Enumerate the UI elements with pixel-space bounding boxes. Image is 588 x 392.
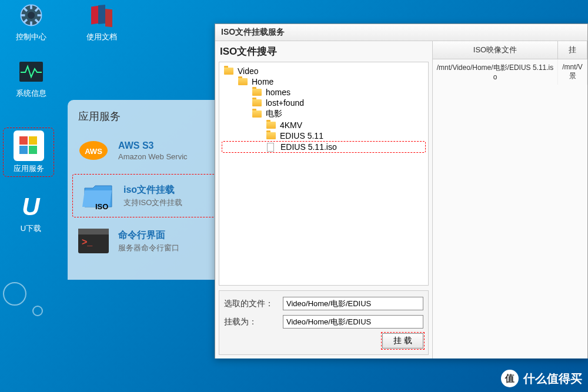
u-icon: U	[17, 193, 45, 221]
cell-iso-path: /mnt/Video/Home/电影/EDIUS 5.11.iso	[433, 59, 558, 85]
svg-rect-4	[105, 9, 112, 27]
app-item-title: AWS S3	[118, 140, 188, 151]
svg-text:ISO: ISO	[95, 202, 108, 210]
mount-as-label: 挂载为：	[224, 317, 283, 327]
desktop-icon-label: 系统信息	[6, 88, 56, 99]
mount-as-input[interactable]	[283, 315, 423, 329]
svg-rect-8	[19, 146, 28, 154]
svg-point-1	[27, 12, 34, 19]
app-item-desc: 服务器命令行窗口	[118, 243, 179, 253]
right-pane: ISO映像文件 挂 /mnt/Video/Home/电影/EDIUS 5.11.…	[433, 41, 587, 359]
app-item-terminal[interactable]: >_ 命令行界面 服务器命令行窗口	[68, 220, 220, 262]
mount-form: 选取的文件： 挂载为： 挂 载	[219, 290, 429, 355]
tree-node-label: 电影	[266, 109, 282, 119]
svg-text:AWS: AWS	[85, 147, 102, 156]
watermark-text: 什么值得买	[523, 371, 582, 387]
apps-panel-title: 应用服务	[68, 107, 220, 129]
iso-folder-icon: ISO	[81, 180, 116, 211]
svg-rect-3	[98, 5, 105, 24]
search-title: ISO文件搜寻	[215, 41, 432, 61]
folder-icon	[266, 132, 277, 140]
col-iso-image[interactable]: ISO映像文件	[433, 41, 558, 59]
tree-folder[interactable]: EDIUS 5.11	[222, 130, 426, 141]
folder-icon	[252, 110, 263, 118]
app-item-desc: Amazon Web Servic	[118, 152, 188, 161]
desktop-icon-label: 使用文档	[76, 32, 126, 42]
watermark: 值 什么值得买	[501, 370, 582, 387]
svg-rect-14	[78, 229, 109, 234]
folder-icon	[252, 88, 263, 96]
svg-rect-9	[29, 146, 37, 154]
app-item-desc: 支持ISO文件挂载	[123, 197, 182, 208]
tree-node-label: Video	[238, 66, 259, 76]
file-tree[interactable]: VideoHomehomeslost+found电影4KMVEDIUS 5.11…	[219, 62, 429, 286]
svg-rect-2	[91, 6, 98, 25]
desktop-icon-udownload[interactable]: U U下载	[6, 193, 56, 234]
app-item-title: iso文件挂载	[123, 184, 182, 196]
folder-icon	[224, 67, 235, 75]
tree-folder[interactable]: Video	[222, 66, 426, 76]
left-pane: ISO文件搜寻 VideoHomehomeslost+found电影4KMVED…	[215, 41, 433, 359]
books-icon	[88, 1, 116, 29]
tree-node-label: lost+found	[266, 98, 304, 108]
file-icon	[267, 143, 278, 151]
desktop-icon-label: 应用服务	[4, 163, 54, 174]
mount-button[interactable]: 挂 载	[382, 333, 423, 349]
blocks-icon	[14, 130, 44, 161]
dialog-title: ISO文件挂载服务	[215, 24, 587, 41]
app-item-iso[interactable]: ISO iso文件挂载 支持ISO文件挂载	[72, 174, 216, 217]
tree-node-label: EDIUS 5.11.iso	[280, 142, 337, 152]
selected-file-label: 选取的文件：	[224, 299, 283, 309]
terminal-icon: >_	[76, 226, 111, 256]
app-item-title: 命令行界面	[118, 229, 179, 242]
desktop-icon-app-services[interactable]: 应用服务	[4, 128, 54, 176]
aws-icon: AWS	[76, 135, 111, 166]
desktop-icon-sysinfo[interactable]: 系统信息	[6, 58, 56, 99]
tree-file[interactable]: EDIUS 5.11.iso	[222, 141, 426, 153]
selected-file-input[interactable]	[283, 297, 423, 310]
tree-node-label: homes	[266, 88, 290, 97]
apps-panel: 应用服务 AWS AWS S3 Amazon Web Servic ISO is…	[68, 100, 220, 280]
tree-node-label: 4KMV	[280, 120, 302, 130]
desktop-icon-docs[interactable]: 使用文档	[76, 1, 126, 42]
gear-icon	[17, 1, 45, 29]
tree-node-label: Home	[252, 77, 273, 86]
cell-mount-path: /mnt/V 景	[558, 59, 587, 85]
watermark-badge: 值	[501, 370, 519, 387]
tree-folder[interactable]: Home	[222, 76, 426, 87]
iso-mount-dialog: ISO文件挂载服务 ISO文件搜寻 VideoHomehomeslost+fou…	[215, 24, 588, 359]
folder-icon	[266, 121, 277, 129]
tree-folder[interactable]: 电影	[222, 108, 426, 120]
folder-icon	[238, 78, 249, 86]
folder-icon	[252, 99, 263, 107]
table-row[interactable]: /mnt/Video/Home/电影/EDIUS 5.11.iso /mnt/V…	[433, 59, 587, 85]
tree-folder[interactable]: 4KMV	[222, 120, 426, 130]
desktop-icon-label: 控制中心	[6, 32, 56, 42]
svg-rect-6	[19, 136, 28, 145]
svg-rect-7	[29, 136, 37, 145]
desktop-icon-control-center[interactable]: 控制中心	[6, 1, 56, 42]
tree-folder[interactable]: homes	[222, 87, 426, 98]
tree-node-label: EDIUS 5.11	[280, 131, 323, 140]
activity-icon	[17, 58, 45, 86]
col-mount[interactable]: 挂	[558, 41, 587, 59]
desktop-icon-label: U下载	[6, 223, 56, 234]
app-item-aws[interactable]: AWS AWS S3 Amazon Web Servic	[68, 129, 220, 172]
svg-text:>_: >_	[82, 237, 93, 247]
tree-folder[interactable]: lost+found	[222, 98, 426, 108]
